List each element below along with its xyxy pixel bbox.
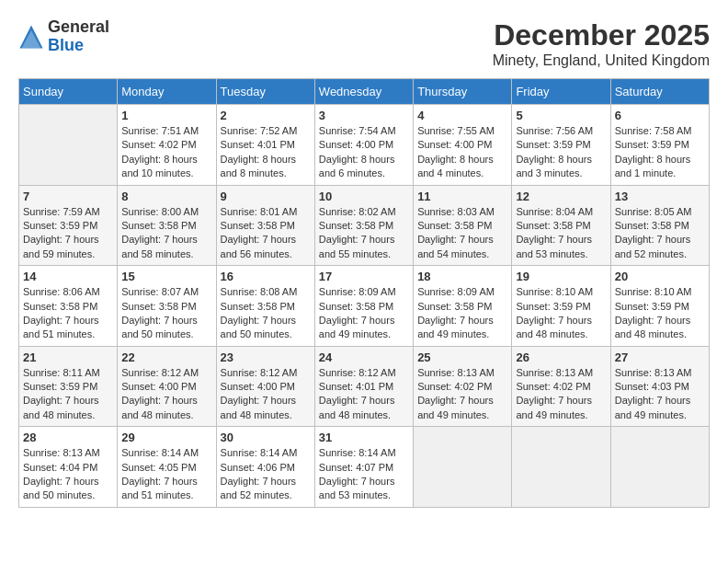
calendar-cell: 26Sunrise: 8:13 AM Sunset: 4:02 PM Dayli… bbox=[512, 346, 610, 427]
day-number: 12 bbox=[516, 190, 606, 203]
day-info: Sunrise: 7:56 AM Sunset: 3:59 PM Dayligh… bbox=[516, 124, 606, 181]
day-info: Sunrise: 8:04 AM Sunset: 3:58 PM Dayligh… bbox=[516, 205, 606, 262]
weekday-header: Sunday bbox=[19, 79, 118, 105]
day-number: 5 bbox=[516, 109, 606, 122]
weekday-header: Tuesday bbox=[216, 79, 314, 105]
calendar-cell: 12Sunrise: 8:04 AM Sunset: 3:58 PM Dayli… bbox=[512, 185, 610, 266]
day-number: 22 bbox=[121, 350, 211, 364]
day-number: 15 bbox=[121, 270, 211, 283]
day-number: 26 bbox=[516, 350, 606, 364]
page-header: General Blue December 2025 Minety, Engla… bbox=[18, 18, 710, 69]
day-info: Sunrise: 8:01 AM Sunset: 3:58 PM Dayligh… bbox=[221, 205, 311, 262]
day-number: 29 bbox=[121, 431, 211, 444]
day-info: Sunrise: 7:55 AM Sunset: 4:00 PM Dayligh… bbox=[417, 124, 507, 181]
day-number: 21 bbox=[23, 350, 113, 364]
calendar-cell: 15Sunrise: 8:07 AM Sunset: 3:58 PM Dayli… bbox=[118, 266, 216, 347]
calendar-cell: 8Sunrise: 8:00 AM Sunset: 3:58 PM Daylig… bbox=[118, 185, 216, 266]
day-info: Sunrise: 8:13 AM Sunset: 4:04 PM Dayligh… bbox=[23, 446, 113, 503]
day-number: 14 bbox=[23, 270, 113, 283]
calendar-cell: 13Sunrise: 8:05 AM Sunset: 3:58 PM Dayli… bbox=[610, 185, 709, 266]
month-title: December 2025 bbox=[493, 18, 710, 52]
day-info: Sunrise: 8:02 AM Sunset: 3:58 PM Dayligh… bbox=[319, 205, 409, 262]
day-number: 28 bbox=[23, 431, 113, 444]
calendar-cell: 21Sunrise: 8:11 AM Sunset: 3:59 PM Dayli… bbox=[19, 346, 118, 427]
day-info: Sunrise: 8:06 AM Sunset: 3:58 PM Dayligh… bbox=[23, 285, 113, 342]
day-number: 4 bbox=[417, 109, 507, 122]
day-number: 6 bbox=[615, 109, 705, 122]
day-info: Sunrise: 8:09 AM Sunset: 3:58 PM Dayligh… bbox=[417, 285, 507, 342]
day-number: 18 bbox=[417, 270, 507, 283]
day-number: 25 bbox=[417, 350, 507, 364]
day-number: 23 bbox=[221, 350, 311, 364]
calendar-week-row: 28Sunrise: 8:13 AM Sunset: 4:04 PM Dayli… bbox=[19, 427, 710, 508]
weekday-header: Thursday bbox=[414, 79, 512, 105]
calendar-cell: 30Sunrise: 8:14 AM Sunset: 4:06 PM Dayli… bbox=[216, 427, 314, 508]
calendar-cell: 2Sunrise: 7:52 AM Sunset: 4:01 PM Daylig… bbox=[216, 105, 314, 186]
day-info: Sunrise: 8:13 AM Sunset: 4:02 PM Dayligh… bbox=[516, 366, 606, 423]
calendar-cell: 23Sunrise: 8:12 AM Sunset: 4:00 PM Dayli… bbox=[216, 346, 314, 427]
day-info: Sunrise: 8:14 AM Sunset: 4:05 PM Dayligh… bbox=[121, 446, 211, 503]
day-number: 13 bbox=[615, 190, 705, 203]
day-info: Sunrise: 8:00 AM Sunset: 3:58 PM Dayligh… bbox=[121, 205, 211, 262]
logo: General Blue bbox=[18, 18, 109, 55]
day-info: Sunrise: 8:10 AM Sunset: 3:59 PM Dayligh… bbox=[516, 285, 606, 342]
day-number: 17 bbox=[319, 270, 409, 283]
day-number: 7 bbox=[23, 190, 113, 203]
calendar-cell: 5Sunrise: 7:56 AM Sunset: 3:59 PM Daylig… bbox=[512, 105, 610, 186]
calendar-cell: 6Sunrise: 7:58 AM Sunset: 3:59 PM Daylig… bbox=[610, 105, 709, 186]
logo-blue: Blue bbox=[48, 36, 84, 54]
calendar-week-row: 7Sunrise: 7:59 AM Sunset: 3:59 PM Daylig… bbox=[19, 185, 710, 266]
day-info: Sunrise: 8:14 AM Sunset: 4:07 PM Dayligh… bbox=[319, 446, 409, 503]
day-info: Sunrise: 8:12 AM Sunset: 4:00 PM Dayligh… bbox=[121, 366, 211, 423]
day-info: Sunrise: 8:13 AM Sunset: 4:03 PM Dayligh… bbox=[615, 366, 705, 423]
calendar-cell: 4Sunrise: 7:55 AM Sunset: 4:00 PM Daylig… bbox=[414, 105, 512, 186]
day-number: 1 bbox=[121, 109, 211, 122]
title-block: December 2025 Minety, England, United Ki… bbox=[493, 18, 710, 69]
calendar-cell bbox=[512, 427, 610, 508]
weekday-header: Wednesday bbox=[314, 79, 413, 105]
calendar-cell: 18Sunrise: 8:09 AM Sunset: 3:58 PM Dayli… bbox=[414, 266, 512, 347]
calendar-cell: 10Sunrise: 8:02 AM Sunset: 3:58 PM Dayli… bbox=[314, 185, 413, 266]
day-number: 3 bbox=[319, 109, 409, 122]
calendar-cell: 17Sunrise: 8:09 AM Sunset: 3:58 PM Dayli… bbox=[314, 266, 413, 347]
logo-icon bbox=[18, 24, 44, 50]
calendar-cell bbox=[414, 427, 512, 508]
day-info: Sunrise: 8:12 AM Sunset: 4:01 PM Dayligh… bbox=[319, 366, 409, 423]
day-number: 10 bbox=[319, 190, 409, 203]
day-number: 24 bbox=[319, 350, 409, 364]
day-number: 31 bbox=[319, 431, 409, 444]
calendar-cell: 20Sunrise: 8:10 AM Sunset: 3:59 PM Dayli… bbox=[610, 266, 709, 347]
calendar-cell: 7Sunrise: 7:59 AM Sunset: 3:59 PM Daylig… bbox=[19, 185, 118, 266]
calendar-week-row: 14Sunrise: 8:06 AM Sunset: 3:58 PM Dayli… bbox=[19, 266, 710, 347]
calendar-cell: 9Sunrise: 8:01 AM Sunset: 3:58 PM Daylig… bbox=[216, 185, 314, 266]
calendar-cell: 25Sunrise: 8:13 AM Sunset: 4:02 PM Dayli… bbox=[414, 346, 512, 427]
day-number: 2 bbox=[221, 109, 311, 122]
calendar-week-row: 1Sunrise: 7:51 AM Sunset: 4:02 PM Daylig… bbox=[19, 105, 710, 186]
day-info: Sunrise: 8:12 AM Sunset: 4:00 PM Dayligh… bbox=[221, 366, 311, 423]
day-info: Sunrise: 8:03 AM Sunset: 3:58 PM Dayligh… bbox=[417, 205, 507, 262]
day-number: 8 bbox=[121, 190, 211, 203]
calendar-cell: 29Sunrise: 8:14 AM Sunset: 4:05 PM Dayli… bbox=[118, 427, 216, 508]
day-number: 16 bbox=[221, 270, 311, 283]
day-info: Sunrise: 8:14 AM Sunset: 4:06 PM Dayligh… bbox=[221, 446, 311, 503]
location: Minety, England, United Kingdom bbox=[493, 52, 710, 69]
calendar-cell: 31Sunrise: 8:14 AM Sunset: 4:07 PM Dayli… bbox=[314, 427, 413, 508]
calendar-table: SundayMondayTuesdayWednesdayThursdayFrid… bbox=[18, 78, 710, 508]
logo-general: General bbox=[48, 17, 109, 36]
day-number: 30 bbox=[221, 431, 311, 444]
day-number: 27 bbox=[615, 350, 705, 364]
logo-text: General Blue bbox=[48, 18, 109, 55]
day-info: Sunrise: 7:54 AM Sunset: 4:00 PM Dayligh… bbox=[319, 124, 409, 181]
day-info: Sunrise: 7:51 AM Sunset: 4:02 PM Dayligh… bbox=[121, 124, 211, 181]
weekday-header: Monday bbox=[118, 79, 216, 105]
calendar-cell: 3Sunrise: 7:54 AM Sunset: 4:00 PM Daylig… bbox=[314, 105, 413, 186]
weekday-header: Saturday bbox=[610, 79, 709, 105]
day-info: Sunrise: 8:11 AM Sunset: 3:59 PM Dayligh… bbox=[23, 366, 113, 423]
calendar-cell: 16Sunrise: 8:08 AM Sunset: 3:58 PM Dayli… bbox=[216, 266, 314, 347]
day-number: 11 bbox=[417, 190, 507, 203]
day-info: Sunrise: 8:08 AM Sunset: 3:58 PM Dayligh… bbox=[221, 285, 311, 342]
day-info: Sunrise: 7:59 AM Sunset: 3:59 PM Dayligh… bbox=[23, 205, 113, 262]
day-info: Sunrise: 7:58 AM Sunset: 3:59 PM Dayligh… bbox=[615, 124, 705, 181]
weekday-header: Friday bbox=[512, 79, 610, 105]
calendar-cell: 22Sunrise: 8:12 AM Sunset: 4:00 PM Dayli… bbox=[118, 346, 216, 427]
